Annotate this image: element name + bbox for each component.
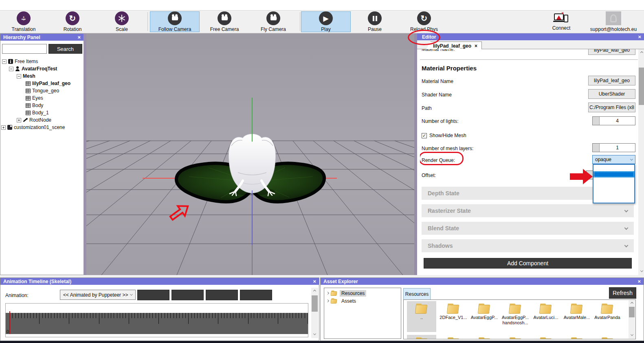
- stepper-button[interactable]: [593, 117, 600, 125]
- asset-folder-item[interactable]: 2DFace_V1...: [439, 301, 468, 332]
- tab-close-icon[interactable]: ×: [475, 43, 477, 49]
- number-of-lights-stepper[interactable]: 4: [592, 116, 635, 125]
- dropdown-option[interactable]: [593, 165, 634, 171]
- connect-button[interactable]: × Connect: [537, 11, 586, 32]
- section-shadows[interactable]: Shadows: [422, 239, 634, 252]
- dropdown-option[interactable]: [593, 184, 634, 190]
- dropdown-option[interactable]: [593, 190, 634, 197]
- animation-dropdown[interactable]: << Animated by Puppeteer >>: [60, 290, 136, 300]
- dropdown-option[interactable]: [593, 197, 634, 203]
- play-button[interactable]: ▶ Play: [301, 11, 351, 32]
- timeline-transport-button[interactable]: [240, 290, 272, 300]
- section-blend-state[interactable]: Blend State: [422, 222, 634, 235]
- scroll-down-icon[interactable]: [630, 333, 633, 336]
- show-hide-mesh-checkbox[interactable]: ✓ Show/Hide Mesh: [422, 133, 466, 138]
- follow-camera-button[interactable]: Follow Camera: [150, 11, 200, 32]
- chevron-right-icon[interactable]: [326, 299, 329, 302]
- tree-node[interactable]: lilyPad_leaf_geo: [0, 80, 84, 87]
- pause-button[interactable]: Pause: [351, 11, 399, 32]
- tree-expander[interactable]: [1, 125, 6, 130]
- viewport-3d[interactable]: [84, 33, 414, 275]
- material-name-field[interactable]: lilyPad_leaf_geo: [588, 76, 635, 85]
- asset-folder-item[interactable]: AvatarLuci...: [531, 301, 560, 332]
- asset-folder-item[interactable]: [470, 335, 499, 339]
- stepper-button[interactable]: [593, 144, 600, 152]
- mesh-layers-stepper[interactable]: 1: [592, 143, 635, 152]
- shader-name-field[interactable]: UberShader: [588, 89, 635, 99]
- tree-node[interactable]: RootNode: [0, 116, 84, 124]
- section-rasterizer-state[interactable]: Rasterizer State: [422, 204, 634, 217]
- tree-expander[interactable]: [17, 74, 21, 79]
- tree-node[interactable]: Tongue_geo: [0, 87, 84, 94]
- tree-node[interactable]: Free Items: [0, 58, 84, 65]
- path-field[interactable]: C:/Program Files (x8: [588, 103, 635, 112]
- search-input[interactable]: [2, 44, 47, 54]
- scroll-up-icon[interactable]: [630, 301, 633, 304]
- scroll-down-icon[interactable]: [640, 269, 643, 272]
- add-component-button[interactable]: Add Component: [424, 258, 632, 269]
- timeline-transport-button[interactable]: [206, 290, 238, 300]
- asset-folder-item[interactable]: [501, 335, 530, 339]
- free-camera-button[interactable]: Free Camera: [200, 11, 248, 32]
- dropdown-option[interactable]: [593, 177, 634, 184]
- asset-folder-item[interactable]: AvatarPanda: [593, 301, 622, 332]
- scale-button[interactable]: Scale: [98, 11, 146, 32]
- tree-expander[interactable]: [2, 59, 7, 64]
- editor-scrollbar[interactable]: [638, 49, 644, 275]
- close-icon[interactable]: ×: [638, 34, 641, 39]
- render-queue-dropdown[interactable]: opaque: [592, 155, 635, 164]
- asset-folder-item[interactable]: AvatarMale...: [562, 301, 591, 332]
- animation-timeline-panel: Animation Timeline (Skeletal) × Animatio…: [0, 277, 319, 341]
- clipped-material-name-field[interactable]: lilyPad_leaf_geo: [588, 49, 635, 55]
- reload-phys-button[interactable]: ↻ Reload Phys: [400, 11, 448, 32]
- scrollbar-thumb[interactable]: [639, 68, 644, 105]
- animaze-app-window: ↔↕ Translation ↻ Rotation Scale Follow C…: [0, 0, 644, 343]
- tree-node[interactable]: customization01_scene: [0, 124, 84, 131]
- chevron-right-icon[interactable]: [326, 292, 329, 295]
- asset-folder-item[interactable]: ..: [407, 301, 436, 332]
- asset-folder-item[interactable]: [407, 335, 436, 339]
- tree-expander[interactable]: [17, 118, 21, 122]
- timeline-transport-button[interactable]: [171, 290, 204, 300]
- asset-folder-item[interactable]: [531, 335, 560, 339]
- close-icon[interactable]: ×: [637, 279, 641, 284]
- tree-expander[interactable]: [9, 67, 13, 71]
- playhead[interactable]: [9, 311, 10, 334]
- asset-folder-item[interactable]: [439, 335, 468, 339]
- timeline-transport-button[interactable]: [137, 290, 169, 300]
- rotation-button[interactable]: ↻ Rotation: [48, 11, 97, 32]
- close-icon[interactable]: ×: [77, 35, 81, 40]
- scroll-down-icon[interactable]: [313, 332, 316, 335]
- fly-camera-button[interactable]: Fly Camera: [249, 11, 297, 32]
- tab-resources[interactable]: Resources: [403, 288, 431, 299]
- support-link[interactable]: support@holotech.eu: [585, 11, 642, 32]
- viewport-scene: [86, 33, 414, 275]
- asset-folder-item[interactable]: AvatarEggP... handsnosh...: [501, 301, 530, 332]
- translation-button[interactable]: ↔↕ Translation: [0, 11, 47, 32]
- tree-node[interactable]: Body_1: [0, 109, 84, 116]
- scroll-up-icon[interactable]: [640, 51, 643, 54]
- timeline-ruler[interactable]: 0: [5, 303, 308, 337]
- timeline-scrollbar[interactable]: [311, 288, 318, 338]
- scroll-up-icon[interactable]: [313, 290, 316, 293]
- search-button[interactable]: Search: [48, 44, 82, 54]
- dropdown-option[interactable]: [593, 171, 634, 178]
- asset-folder-item[interactable]: [593, 335, 622, 339]
- scrollbar-thumb[interactable]: [629, 307, 635, 317]
- scrollbar-thumb[interactable]: [312, 295, 318, 312]
- tree-node[interactable]: Mesh: [0, 72, 84, 80]
- asset-tree-row[interactable]: Assets: [324, 297, 401, 305]
- folder-icon: [509, 304, 521, 314]
- asset-tree-row[interactable]: Resources: [324, 289, 401, 297]
- asset-grid-scrollbar[interactable]: [629, 300, 635, 339]
- editor-tab[interactable]: lilyPad_leaf_geo ×: [426, 42, 482, 50]
- ruler-ticks[interactable]: 0: [6, 313, 308, 334]
- tree-node[interactable]: Eyes: [0, 94, 84, 102]
- asset-folder-item[interactable]: AvatarEggP...: [470, 301, 499, 332]
- asset-folder-item[interactable]: [562, 335, 591, 339]
- tree-node[interactable]: Body: [0, 102, 84, 109]
- mesh-layers-label: Number of mesh layers:: [422, 146, 473, 151]
- refresh-button[interactable]: Refresh: [609, 287, 636, 299]
- close-icon[interactable]: ×: [313, 279, 316, 284]
- tree-node[interactable]: AvatarFroqTest: [0, 65, 84, 72]
